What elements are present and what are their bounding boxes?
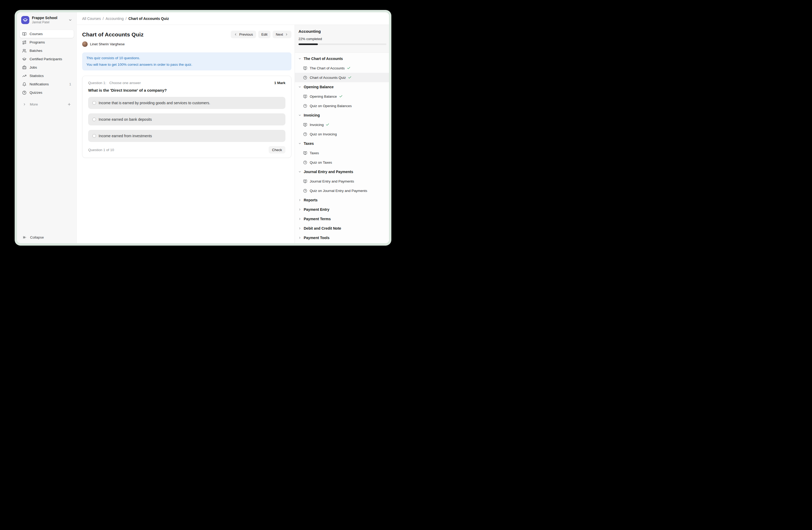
- radio-button[interactable]: [92, 101, 96, 105]
- notification-count-badge: 1: [69, 82, 71, 86]
- outline-section-title: The Chart of Accounts: [304, 57, 343, 61]
- chevron-down-icon: [298, 142, 301, 145]
- breadcrumb-separator: /: [103, 16, 104, 21]
- outline-section-payment-terms[interactable]: Payment Terms: [295, 214, 389, 224]
- monitor-play-icon: [303, 151, 307, 155]
- outline-section-reports[interactable]: Reports: [295, 195, 389, 205]
- help-circle-icon: [303, 132, 307, 136]
- quiz-info-line: You will have to get 100% correct answer…: [86, 61, 287, 68]
- outline-item-label: Journal Entry and Payments: [310, 179, 354, 183]
- help-circle-icon: [303, 104, 307, 108]
- sidebar-item-courses[interactable]: Courses: [20, 30, 74, 38]
- help-circle-icon: [22, 90, 26, 95]
- school-switcher[interactable]: Frappe School Jannat Patel: [21, 16, 73, 24]
- check-icon: [326, 123, 329, 126]
- outline-item-quiz-on-taxes[interactable]: Quiz on Taxes: [295, 158, 389, 167]
- chevron-down-icon: [298, 170, 301, 173]
- chevron-right-icon: [298, 236, 301, 239]
- outline-section-opening-balance[interactable]: Opening Balance: [295, 82, 389, 92]
- quiz-info-line: This quiz consists of 10 questions.: [86, 55, 287, 61]
- breadcrumb-current-page: Chart of Accounts Quiz: [128, 16, 169, 21]
- check-icon: [348, 76, 352, 79]
- outline-section-title: Journal Entry and Payments: [304, 170, 353, 174]
- help-circle-icon: [303, 161, 307, 165]
- answer-option-label: Income earned from investments: [99, 134, 152, 138]
- outline-section-debit-and-credit-note[interactable]: Debit and Credit Note: [295, 224, 389, 233]
- course-progress-label: 22% completed: [299, 37, 386, 41]
- sidebar-item-statistics[interactable]: Statistics: [20, 72, 74, 80]
- outline-section-payment-entry[interactable]: Payment Entry: [295, 205, 389, 214]
- app-window: Frappe School Jannat Patel Courses Progr: [15, 10, 391, 246]
- next-label: Next: [276, 32, 283, 37]
- collapse-sidebar-icon: [23, 235, 27, 239]
- breadcrumb-separator: /: [126, 16, 127, 21]
- outline-item-quiz-on-invoicing[interactable]: Quiz on Invoicing: [295, 129, 389, 139]
- monitor-play-icon: [303, 95, 307, 98]
- sidebar-item-programs[interactable]: Programs: [20, 38, 74, 46]
- help-circle-icon: [303, 76, 307, 80]
- sidebar-item-certified-participants[interactable]: Certified Participants: [20, 55, 74, 63]
- outline-item-quiz-on-opening-balances[interactable]: Quiz on Opening Balances: [295, 101, 389, 111]
- sidebar-item-notifications[interactable]: Notifications 1: [20, 80, 74, 88]
- outline-section-taxes[interactable]: Taxes: [295, 139, 389, 148]
- answer-option-2[interactable]: Income earned on bank deposits: [88, 113, 286, 125]
- outline-section-the-chart-of-accounts[interactable]: The Chart of Accounts: [295, 54, 389, 64]
- content-area: All Courses / Accounting / Chart of Acco…: [77, 12, 389, 243]
- breadcrumb-link-all-courses[interactable]: All Courses: [82, 16, 101, 21]
- answer-option-label: Income that is earned by providing goods…: [99, 101, 210, 105]
- question-pagination: Question 1 of 10: [88, 148, 114, 152]
- course-outline-panel: Accounting 22% completed The Chart of Ac…: [294, 25, 389, 243]
- quiz-nav-actions: Previous Edit Next: [231, 31, 291, 38]
- outline-item-label: Quiz on Taxes: [310, 161, 332, 165]
- answer-option-3[interactable]: Income earned from investments: [88, 130, 286, 142]
- sidebar-more-toggle[interactable]: More: [17, 101, 76, 107]
- outline-item-label: Opening Balance: [310, 95, 337, 98]
- collapse-label: Collapse: [30, 235, 44, 239]
- outline-item-the-chart-of-accounts[interactable]: The Chart of Accounts: [295, 64, 389, 73]
- outline-item-chart-of-accounts-quiz[interactable]: Chart of Accounts Quiz: [295, 73, 389, 82]
- radio-button[interactable]: [92, 117, 96, 121]
- school-texts: Frappe School Jannat Patel: [32, 16, 68, 24]
- answer-option-label: Income earned on bank deposits: [99, 117, 152, 122]
- outline-section-payment-tools[interactable]: Payment Tools: [295, 233, 389, 242]
- previous-button[interactable]: Previous: [231, 31, 256, 38]
- author-row: Linet Sherin Varghese: [82, 41, 291, 47]
- graduation-cap-icon: [22, 57, 26, 61]
- outline-item-quiz-on-journal-entry-and-payments[interactable]: Quiz on Journal Entry and Payments: [295, 186, 389, 195]
- next-button[interactable]: Next: [273, 31, 291, 38]
- sidebar-item-label: Batches: [30, 49, 42, 53]
- outline-section-title: Payment Entry: [304, 207, 329, 212]
- outline-item-opening-balance[interactable]: Opening Balance: [295, 92, 389, 101]
- course-outline-tree: The Chart of Accounts The Chart of Accou…: [295, 53, 389, 243]
- outline-section-invoicing[interactable]: Invoicing: [295, 111, 389, 120]
- frappe-school-app: Frappe School Jannat Patel Courses Progr: [17, 12, 389, 243]
- add-button[interactable]: [67, 102, 71, 106]
- outline-item-label: Taxes: [310, 151, 319, 155]
- outline-section-title: Reports: [304, 198, 318, 202]
- edit-button[interactable]: Edit: [258, 31, 271, 38]
- outline-item-label: Quiz on Journal Entry and Payments: [310, 189, 367, 193]
- breadcrumb-link-accounting[interactable]: Accounting: [105, 16, 124, 21]
- bell-icon: [22, 82, 26, 86]
- quiz-main-content: Chart of Accounts Quiz Previous Edit: [77, 25, 294, 243]
- course-title: Accounting: [299, 29, 386, 34]
- answer-option-1[interactable]: Income that is earned by providing goods…: [88, 97, 286, 109]
- check-answer-button[interactable]: Check: [269, 146, 286, 153]
- sidebar-item-jobs[interactable]: Jobs: [20, 64, 74, 71]
- chevron-right-icon: [298, 227, 301, 230]
- outline-item-taxes[interactable]: Taxes: [295, 148, 389, 158]
- radio-button[interactable]: [92, 134, 96, 138]
- outline-item-journal-entry-and-payments[interactable]: Journal Entry and Payments: [295, 177, 389, 186]
- outline-item-invoicing[interactable]: Invoicing: [295, 120, 389, 129]
- desktop-background: Frappe School Jannat Patel Courses Progr: [0, 0, 406, 265]
- chevron-left-icon: [234, 33, 237, 36]
- sidebar-collapse-button[interactable]: Collapse: [17, 235, 76, 243]
- sidebar-item-quizzes[interactable]: Quizzes: [20, 88, 74, 97]
- help-circle-icon: [303, 189, 307, 193]
- sidebar-item-batches[interactable]: Batches: [20, 46, 74, 55]
- route-icon: [22, 40, 26, 44]
- sidebar-item-label: Notifications: [30, 82, 49, 86]
- question-marks: 1 Mark: [274, 81, 286, 85]
- outline-section-journal-entry-and-payments[interactable]: Journal Entry and Payments: [295, 167, 389, 177]
- question-instruction: Choose one answer: [110, 81, 141, 85]
